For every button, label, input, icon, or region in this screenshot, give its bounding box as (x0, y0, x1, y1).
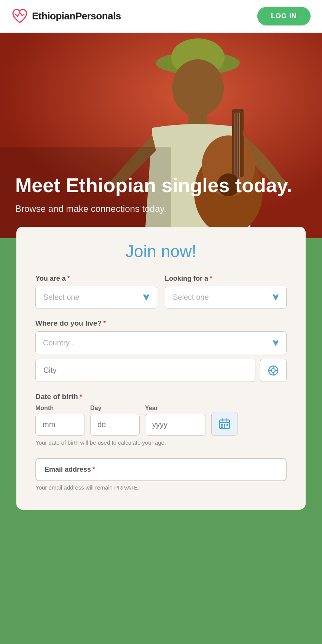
location-button[interactable] (260, 359, 287, 382)
dob-label: Date of birth * (35, 393, 287, 401)
svg-point-4 (172, 59, 224, 116)
you-are-select[interactable]: Select one Man Woman (35, 286, 157, 308)
form-title: Join now! (35, 242, 287, 261)
svg-rect-27 (226, 424, 228, 426)
dob-year-input[interactable] (145, 414, 206, 436)
city-input[interactable] (35, 359, 255, 382)
you-are-group: You are a * Select one Man Woman ⮟ (35, 275, 157, 308)
svg-rect-26 (224, 424, 225, 426)
dob-month-label: Month (35, 405, 85, 412)
registration-form-card: Join now! You are a * Select one Man Wom… (16, 227, 306, 510)
svg-rect-28 (221, 426, 223, 428)
dob-hint-text: Your date of birth will be used to calcu… (35, 439, 287, 446)
email-section: Email address * Your email address will … (35, 458, 287, 491)
dob-year-group: Year (145, 405, 206, 436)
hero-subtitle: Browse and make connections today. (15, 202, 292, 215)
dob-row: Month Day Year (35, 405, 287, 436)
location-section: Where do you live? * Country... ⮟ (35, 319, 287, 382)
dob-year-label: Year (145, 405, 206, 412)
city-row (35, 359, 287, 382)
svg-point-16 (271, 369, 275, 372)
header: EthiopianPersonals LOG IN (0, 0, 322, 33)
country-select[interactable] (35, 331, 287, 354)
country-select-wrapper: Country... ⮟ (35, 331, 287, 354)
calendar-icon (218, 418, 231, 430)
dob-day-label: Day (90, 405, 140, 412)
you-are-label: You are a * (35, 275, 157, 283)
dob-month-group: Month (35, 405, 85, 436)
looking-for-select[interactable]: Select one Man Woman (165, 286, 287, 308)
looking-for-group: Looking for a * Select one Man Woman ⮟ (165, 275, 287, 308)
dob-day-group: Day (90, 405, 140, 436)
email-hint-text: Your email address will remain PRIVATE. (35, 484, 287, 491)
looking-for-select-wrapper: Select one Man Woman ⮟ (165, 286, 287, 308)
where-label: Where do you live? * (35, 319, 287, 328)
svg-rect-25 (221, 424, 223, 426)
login-button[interactable]: LOG IN (257, 7, 311, 25)
dob-month-input[interactable] (35, 414, 85, 436)
hero-section: Meet Ethiopian singles today. Browse and… (0, 33, 322, 238)
calendar-button[interactable] (211, 412, 238, 436)
location-icon (268, 365, 279, 376)
gender-row: You are a * Select one Man Woman ⮟ Looki… (35, 275, 287, 308)
email-label: Email address * (45, 466, 277, 474)
dob-section: Date of birth * Month Day Year (35, 393, 287, 446)
logo-heart-icon (11, 9, 28, 24)
main-content: Join now! You are a * Select one Man Wom… (0, 238, 322, 544)
email-field-wrapper[interactable]: Email address * (35, 458, 287, 481)
hero-content: Meet Ethiopian singles today. Browse and… (0, 175, 307, 238)
logo: EthiopianPersonals (11, 9, 121, 24)
svg-rect-29 (224, 426, 225, 428)
dob-day-input[interactable] (90, 414, 140, 436)
looking-for-label: Looking for a * (165, 275, 287, 283)
you-are-select-wrapper: Select one Man Woman ⮟ (35, 286, 157, 308)
logo-text: EthiopianPersonals (32, 10, 121, 22)
hero-title: Meet Ethiopian singles today. (15, 175, 292, 196)
